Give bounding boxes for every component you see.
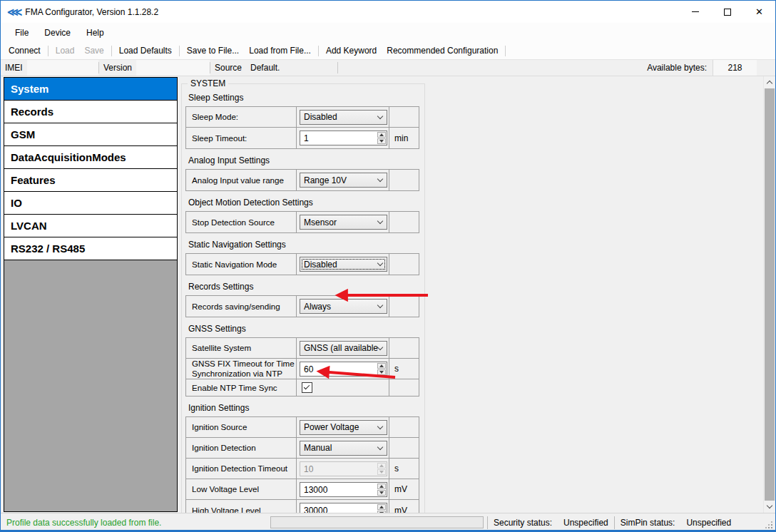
simpin-status-label: SimPin status: bbox=[621, 518, 675, 528]
setting-label: Sleep Mode: bbox=[186, 107, 297, 127]
setting-label: Low Voltage Level bbox=[186, 479, 297, 499]
table-row: Ignition Detection Timeout10s bbox=[186, 459, 419, 479]
setting-control-cell: 10 bbox=[297, 459, 389, 479]
chevron-down-icon bbox=[377, 218, 383, 224]
version-label: Version bbox=[99, 63, 136, 73]
spin-up-icon[interactable] bbox=[377, 484, 386, 489]
sidebar-item-dataacquisitionmodes[interactable]: DataAcquisitionModes bbox=[4, 146, 177, 169]
stop-detection-source-dropdown[interactable]: Msensor bbox=[300, 215, 387, 230]
resize-grip[interactable] bbox=[764, 520, 773, 529]
toolbar-connect[interactable]: Connect bbox=[4, 46, 46, 56]
sidebar-item-features[interactable]: Features bbox=[4, 169, 177, 192]
scrollbar-thumb[interactable] bbox=[765, 88, 775, 501]
spin-up-icon[interactable] bbox=[377, 363, 386, 369]
setting-label: Ignition Detection Timeout bbox=[186, 459, 297, 479]
sidebar-item-system[interactable]: System bbox=[4, 78, 177, 101]
setting-label-text: Enable NTP Time Sync bbox=[192, 383, 277, 393]
vertical-scrollbar[interactable] bbox=[763, 76, 775, 513]
table-row: Ignition DetectionManual bbox=[186, 438, 419, 459]
menu-file[interactable]: File bbox=[7, 24, 36, 41]
gnss-fix-timeout-for-time-synchronization-via-ntp-value: 60 bbox=[300, 362, 377, 376]
toolbar-recommended-configuration[interactable]: Recommended Configuration bbox=[382, 46, 503, 56]
setting-control-cell: Range 10V bbox=[297, 170, 389, 190]
chevron-up-icon bbox=[767, 81, 772, 86]
imei-segment: IMEI bbox=[1, 60, 98, 76]
section-title: GNSS Settings bbox=[188, 324, 424, 334]
setting-label: Satellite System bbox=[186, 338, 297, 358]
unit-label bbox=[389, 170, 419, 190]
spin-down-icon[interactable] bbox=[377, 138, 386, 144]
setting-control-cell: 1 bbox=[297, 128, 389, 148]
ignition-detection-timeout-value: 10 bbox=[300, 462, 377, 476]
ignition-source-value: Power Voltage bbox=[304, 422, 378, 432]
source-segment: Source Default. bbox=[210, 60, 337, 76]
satellite-system-dropdown[interactable]: GNSS (all available) bbox=[300, 341, 387, 356]
ignition-source-dropdown[interactable]: Power Voltage bbox=[300, 420, 387, 435]
setting-label-text: Static Navigation Mode bbox=[192, 260, 277, 270]
close-icon: ✕ bbox=[755, 7, 763, 16]
enable-ntp-time-sync-checkbox[interactable] bbox=[302, 382, 312, 393]
version-value-field bbox=[136, 60, 210, 76]
analog-input-value-range-dropdown[interactable]: Range 10V bbox=[300, 173, 387, 188]
section-title: Object Motion Detection Settings bbox=[188, 198, 424, 208]
toolbar-separator bbox=[179, 46, 180, 56]
minimize-button[interactable] bbox=[679, 1, 711, 23]
chevron-down-icon bbox=[377, 176, 383, 182]
imei-value-field bbox=[27, 60, 98, 76]
sidebar-item-lvcan[interactable]: LVCAN bbox=[4, 215, 177, 237]
scroll-down-button[interactable] bbox=[764, 501, 775, 513]
settings-table: Satellite SystemGNSS (all available)GNSS… bbox=[185, 337, 419, 397]
spin-down-icon[interactable] bbox=[377, 490, 386, 496]
sleep-mode-dropdown[interactable]: Disabled bbox=[300, 110, 387, 125]
records-saving-sending-dropdown[interactable]: Always bbox=[300, 299, 387, 314]
toolbar-save-to-file[interactable]: Save to File... bbox=[182, 46, 244, 56]
security-status-value: Unspecified bbox=[563, 518, 608, 528]
section-title: Records Settings bbox=[188, 282, 424, 292]
setting-control-cell: Manual bbox=[297, 438, 389, 458]
window-controls: ✕ bbox=[679, 1, 775, 23]
sidebar-item-rs232-rs485[interactable]: RS232 / RS485 bbox=[4, 237, 177, 260]
table-row: Enable NTP Time Sync bbox=[186, 379, 419, 396]
analog-input-value-range-value: Range 10V bbox=[304, 175, 378, 185]
close-button[interactable]: ✕ bbox=[743, 1, 775, 23]
setting-label: Stop Detection Source bbox=[186, 212, 297, 232]
spin-down-icon[interactable] bbox=[377, 369, 386, 375]
settings-section-records-settings: Records SettingsRecords saving/sendingAl… bbox=[182, 282, 424, 317]
menu-device[interactable]: Device bbox=[36, 24, 78, 41]
groupbox-title: SYSTEM bbox=[188, 78, 228, 88]
table-row: Satellite SystemGNSS (all available) bbox=[186, 338, 419, 359]
toolbar-load-from-file[interactable]: Load from File... bbox=[244, 46, 316, 56]
setting-control-cell: 60 bbox=[297, 359, 389, 379]
gnss-fix-timeout-for-time-synchronization-via-ntp-input[interactable]: 60 bbox=[300, 362, 387, 377]
sidebar-item-records[interactable]: Records bbox=[4, 101, 177, 123]
progress-bar bbox=[270, 516, 484, 528]
static-navigation-mode-dropdown[interactable]: Disabled bbox=[300, 257, 387, 272]
chevron-down-icon bbox=[377, 444, 383, 449]
toolbar: ConnectLoadSaveLoad DefaultsSave to File… bbox=[1, 42, 775, 59]
app-window: ⋘ FMA Configurator, Version 1.1.28.2 ✕ F… bbox=[0, 0, 776, 532]
titlebar[interactable]: ⋘ FMA Configurator, Version 1.1.28.2 ✕ bbox=[1, 1, 775, 23]
setting-control-cell: 13000 bbox=[297, 479, 389, 499]
scroll-up-button[interactable] bbox=[764, 76, 775, 88]
high-voltage-level-input[interactable]: 30000 bbox=[300, 503, 387, 513]
spin-up-icon[interactable] bbox=[377, 132, 386, 138]
sidebar-item-gsm[interactable]: GSM bbox=[4, 123, 177, 146]
toolbar-load-defaults[interactable]: Load Defaults bbox=[114, 46, 177, 56]
settings-section-ignition-settings: Ignition SettingsIgnition SourcePower Vo… bbox=[182, 403, 424, 513]
ignition-detection-dropdown[interactable]: Manual bbox=[300, 441, 387, 456]
status-separator bbox=[614, 516, 615, 529]
menu-help[interactable]: Help bbox=[78, 24, 112, 41]
settings-table: Records saving/sendingAlways bbox=[185, 295, 419, 317]
toolbar-add-keyword[interactable]: Add Keyword bbox=[321, 46, 382, 56]
unit-label bbox=[389, 338, 419, 358]
table-row: Sleep Mode:Disabled bbox=[186, 107, 419, 128]
app-icon: ⋘ bbox=[7, 6, 21, 19]
low-voltage-level-input[interactable]: 13000 bbox=[300, 482, 387, 497]
maximize-button[interactable] bbox=[711, 1, 743, 23]
sidebar-item-io[interactable]: IO bbox=[4, 192, 177, 215]
sidebar: SystemRecordsGSMDataAcquisitionModesFeat… bbox=[1, 76, 178, 513]
toolbar-separator bbox=[505, 46, 506, 56]
sleep-timeout-input[interactable]: 1 bbox=[300, 131, 387, 145]
spin-up-icon[interactable] bbox=[377, 504, 386, 510]
setting-label-text: Satellite System bbox=[192, 343, 251, 353]
